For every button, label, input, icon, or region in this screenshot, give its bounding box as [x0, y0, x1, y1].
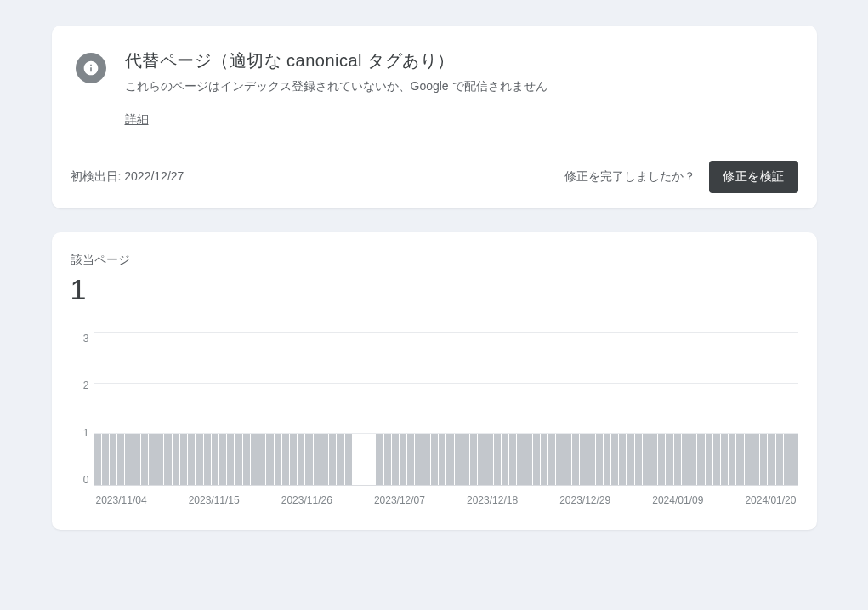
bar — [439, 434, 445, 485]
x-tick: 2024/01/09 — [652, 494, 703, 506]
bar — [431, 434, 438, 485]
y-tick: 2 — [83, 379, 89, 391]
first-detected-value: 2022/12/27 — [124, 169, 184, 183]
gridline — [94, 383, 798, 384]
bar — [329, 434, 336, 485]
bar — [752, 434, 759, 485]
bar — [643, 434, 650, 485]
bar — [400, 434, 406, 485]
chart-plot[interactable] — [94, 333, 798, 486]
bar — [619, 434, 626, 485]
bar — [462, 434, 469, 485]
bar — [721, 434, 728, 485]
x-tick: 2023/11/15 — [189, 494, 240, 506]
bar — [658, 434, 665, 485]
fix-complete-prompt: 修正を完了しましたか？ — [564, 169, 695, 185]
bar — [423, 434, 430, 485]
bar — [736, 434, 743, 485]
bar — [580, 434, 587, 485]
bar — [164, 434, 171, 485]
bar — [666, 434, 672, 485]
x-tick: 2023/12/07 — [374, 494, 425, 506]
bar — [548, 434, 555, 485]
bar — [180, 434, 187, 485]
bar — [791, 434, 798, 485]
bar — [384, 434, 391, 485]
affected-pages-card: 該当ページ 1 3210 2023/11/042023/11/152023/11… — [52, 232, 817, 530]
bar — [235, 434, 241, 485]
bar — [314, 434, 321, 485]
gridline — [94, 332, 798, 333]
bar — [227, 434, 234, 485]
bar — [133, 434, 140, 485]
bar — [502, 434, 508, 485]
bar — [706, 434, 712, 485]
bar — [212, 434, 218, 485]
issue-subtitle: これらのページはインデックス登録されていないか、Google で配信されません — [125, 79, 547, 94]
bar — [188, 434, 195, 485]
bar — [266, 434, 273, 485]
bar — [415, 434, 422, 485]
bar — [321, 434, 328, 485]
bar — [541, 434, 547, 485]
bar — [290, 434, 297, 485]
bar — [564, 434, 571, 485]
bar — [587, 434, 594, 485]
bar — [446, 434, 453, 485]
bar — [204, 434, 211, 485]
bar — [611, 434, 618, 485]
bar — [470, 434, 477, 485]
bar — [94, 434, 101, 485]
bar — [196, 434, 202, 485]
bar — [689, 434, 696, 485]
bar — [627, 434, 633, 485]
bar — [298, 434, 304, 485]
bar — [275, 434, 281, 485]
info-icon — [76, 53, 106, 83]
y-tick: 3 — [83, 333, 89, 345]
action-row: 初検出日: 2022/12/27 修正を完了しましたか？ 修正を検証 — [52, 145, 817, 208]
bar — [768, 434, 774, 485]
bar — [407, 434, 414, 485]
bar — [156, 434, 163, 485]
bar — [282, 434, 289, 485]
bar — [117, 434, 124, 485]
bar — [556, 434, 563, 485]
bar — [697, 434, 704, 485]
bars-container — [94, 333, 798, 485]
bar — [485, 434, 492, 485]
bar — [243, 434, 250, 485]
bar — [776, 434, 783, 485]
gridline — [94, 433, 798, 434]
learn-more-link[interactable]: 詳細 — [125, 112, 149, 126]
bar — [149, 434, 156, 485]
bar — [729, 434, 735, 485]
bar — [173, 434, 179, 485]
bar — [635, 434, 642, 485]
bar — [392, 434, 399, 485]
bar — [533, 434, 540, 485]
x-tick: 2023/12/18 — [467, 494, 518, 506]
bar — [509, 434, 516, 485]
y-tick: 0 — [83, 474, 89, 486]
first-detected-label: 初検出日: — [71, 169, 122, 183]
y-tick: 1 — [83, 427, 89, 439]
bar — [713, 434, 720, 485]
bar — [760, 434, 767, 485]
chart-area: 3210 2023/11/042023/11/152023/11/262023/… — [71, 322, 798, 506]
bar — [650, 434, 657, 485]
bar — [455, 434, 462, 485]
y-axis: 3210 — [71, 333, 94, 486]
bar — [141, 434, 148, 485]
bar — [251, 434, 258, 485]
validate-fix-button[interactable]: 修正を検証 — [709, 161, 798, 193]
bar — [682, 434, 689, 485]
x-axis: 2023/11/042023/11/152023/11/262023/12/07… — [94, 494, 798, 506]
x-tick: 2023/11/26 — [281, 494, 332, 506]
x-tick: 2024/01/20 — [745, 494, 796, 506]
bar — [305, 434, 312, 485]
bar — [258, 434, 265, 485]
bar — [478, 434, 485, 485]
bar — [517, 434, 524, 485]
bar — [572, 434, 579, 485]
